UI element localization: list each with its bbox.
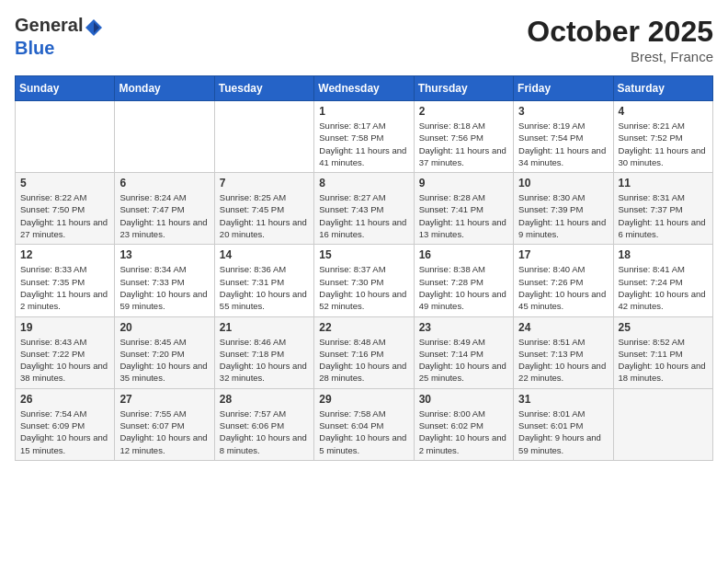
daylight-hours: Daylight: 11 hours and 30 minutes.	[619, 145, 706, 167]
daylight-hours: Daylight: 11 hours and 27 minutes.	[20, 217, 108, 239]
day-info: Sunrise: 8:36 AMSunset: 7:31 PMDaylight:…	[220, 263, 309, 312]
day-info: Sunrise: 8:49 AMSunset: 7:14 PMDaylight:…	[419, 336, 508, 385]
week-row-5: 26Sunrise: 7:54 AMSunset: 6:09 PMDayligh…	[16, 388, 713, 460]
daylight-hours: Daylight: 10 hours and 38 minutes.	[20, 361, 108, 383]
day-number: 27	[119, 393, 209, 406]
daylight-hours: Daylight: 10 hours and 18 minutes.	[619, 361, 706, 383]
day-number: 7	[220, 177, 309, 190]
daylight-hours: Daylight: 10 hours and 25 minutes.	[419, 361, 506, 383]
calendar-table: SundayMondayTuesdayWednesdayThursdayFrid…	[15, 75, 713, 461]
day-cell: 28Sunrise: 7:57 AMSunset: 6:06 PMDayligh…	[214, 388, 313, 460]
weekday-header-friday: Friday	[514, 76, 613, 101]
day-number: 8	[319, 177, 408, 190]
day-info: Sunrise: 8:21 AMSunset: 7:52 PMDaylight:…	[619, 120, 708, 168]
daylight-hours: Daylight: 10 hours and 32 minutes.	[220, 361, 307, 383]
day-cell	[214, 101, 313, 173]
day-cell: 18Sunrise: 8:41 AMSunset: 7:24 PMDayligh…	[613, 245, 712, 316]
daylight-hours: Daylight: 11 hours and 13 minutes.	[419, 217, 506, 239]
day-info: Sunrise: 8:37 AMSunset: 7:30 PMDaylight:…	[319, 263, 408, 312]
day-cell	[613, 388, 712, 460]
day-info: Sunrise: 8:31 AMSunset: 7:37 PMDaylight:…	[619, 191, 708, 240]
page-header: General Blue October 2025 Brest, France	[15, 15, 713, 64]
day-cell: 11Sunrise: 8:31 AMSunset: 7:37 PMDayligh…	[613, 173, 712, 245]
day-info: Sunrise: 8:34 AMSunset: 7:33 PMDaylight:…	[119, 263, 209, 312]
weekday-header-saturday: Saturday	[613, 76, 712, 101]
day-info: Sunrise: 8:52 AMSunset: 7:11 PMDaylight:…	[619, 336, 708, 385]
weekday-header-tuesday: Tuesday	[214, 76, 313, 101]
day-info: Sunrise: 7:57 AMSunset: 6:06 PMDaylight:…	[220, 408, 309, 456]
week-row-4: 19Sunrise: 8:43 AMSunset: 7:22 PMDayligh…	[16, 316, 713, 388]
daylight-hours: Daylight: 10 hours and 28 minutes.	[319, 361, 406, 383]
daylight-hours: Daylight: 11 hours and 37 minutes.	[419, 145, 506, 167]
day-info: Sunrise: 7:58 AMSunset: 6:04 PMDaylight:…	[319, 408, 408, 456]
day-cell: 30Sunrise: 8:00 AMSunset: 6:02 PMDayligh…	[414, 388, 513, 460]
day-info: Sunrise: 8:46 AMSunset: 7:18 PMDaylight:…	[220, 336, 309, 385]
day-cell: 13Sunrise: 8:34 AMSunset: 7:33 PMDayligh…	[115, 245, 214, 316]
daylight-hours: Daylight: 9 hours and 59 minutes.	[518, 432, 601, 454]
day-cell: 27Sunrise: 7:55 AMSunset: 6:07 PMDayligh…	[115, 388, 214, 460]
day-info: Sunrise: 8:17 AMSunset: 7:58 PMDaylight:…	[319, 120, 408, 168]
daylight-hours: Daylight: 10 hours and 12 minutes.	[119, 432, 207, 454]
day-cell: 19Sunrise: 8:43 AMSunset: 7:22 PMDayligh…	[16, 316, 115, 388]
day-info: Sunrise: 7:55 AMSunset: 6:07 PMDaylight:…	[119, 408, 209, 456]
day-number: 11	[619, 177, 708, 190]
day-info: Sunrise: 8:22 AMSunset: 7:50 PMDaylight:…	[20, 191, 109, 240]
day-cell: 2Sunrise: 8:18 AMSunset: 7:56 PMDaylight…	[414, 101, 513, 173]
month-title: October 2025	[527, 15, 713, 49]
daylight-hours: Daylight: 10 hours and 42 minutes.	[619, 289, 706, 311]
day-number: 15	[319, 248, 408, 261]
location-label: Brest, France	[527, 49, 713, 64]
day-cell: 17Sunrise: 8:40 AMSunset: 7:26 PMDayligh…	[514, 245, 613, 316]
day-info: Sunrise: 8:38 AMSunset: 7:28 PMDaylight:…	[419, 263, 508, 312]
logo-blue-text: Blue	[15, 38, 54, 58]
day-cell: 24Sunrise: 8:51 AMSunset: 7:13 PMDayligh…	[514, 316, 613, 388]
day-cell: 26Sunrise: 7:54 AMSunset: 6:09 PMDayligh…	[16, 388, 115, 460]
day-info: Sunrise: 8:48 AMSunset: 7:16 PMDaylight:…	[319, 336, 408, 385]
week-row-3: 12Sunrise: 8:33 AMSunset: 7:35 PMDayligh…	[16, 245, 713, 316]
day-number: 1	[319, 105, 408, 118]
day-info: Sunrise: 8:30 AMSunset: 7:39 PMDaylight:…	[518, 191, 608, 240]
day-number: 10	[518, 177, 608, 190]
day-cell: 14Sunrise: 8:36 AMSunset: 7:31 PMDayligh…	[214, 245, 313, 316]
daylight-hours: Daylight: 10 hours and 49 minutes.	[419, 289, 506, 311]
day-number: 6	[119, 177, 209, 190]
day-number: 25	[619, 321, 708, 334]
day-cell: 8Sunrise: 8:27 AMSunset: 7:43 PMDaylight…	[314, 173, 414, 245]
day-number: 16	[419, 248, 508, 261]
daylight-hours: Daylight: 10 hours and 55 minutes.	[220, 289, 307, 311]
day-cell: 15Sunrise: 8:37 AMSunset: 7:30 PMDayligh…	[314, 245, 414, 316]
day-cell: 3Sunrise: 8:19 AMSunset: 7:54 PMDaylight…	[514, 101, 613, 173]
day-info: Sunrise: 8:18 AMSunset: 7:56 PMDaylight:…	[419, 120, 508, 168]
day-cell	[16, 101, 115, 173]
day-info: Sunrise: 8:43 AMSunset: 7:22 PMDaylight:…	[20, 336, 109, 385]
daylight-hours: Daylight: 10 hours and 5 minutes.	[319, 432, 406, 454]
daylight-hours: Daylight: 11 hours and 2 minutes.	[20, 289, 108, 311]
day-info: Sunrise: 7:54 AMSunset: 6:09 PMDaylight:…	[20, 408, 109, 456]
day-info: Sunrise: 8:27 AMSunset: 7:43 PMDaylight:…	[319, 191, 408, 240]
daylight-hours: Daylight: 10 hours and 15 minutes.	[20, 432, 108, 454]
daylight-hours: Daylight: 11 hours and 20 minutes.	[220, 217, 307, 239]
day-cell: 6Sunrise: 8:24 AMSunset: 7:47 PMDaylight…	[115, 173, 214, 245]
day-info: Sunrise: 8:19 AMSunset: 7:54 PMDaylight:…	[518, 120, 608, 168]
day-info: Sunrise: 8:24 AMSunset: 7:47 PMDaylight:…	[119, 191, 209, 240]
day-cell: 25Sunrise: 8:52 AMSunset: 7:11 PMDayligh…	[613, 316, 712, 388]
daylight-hours: Daylight: 10 hours and 52 minutes.	[319, 289, 406, 311]
daylight-hours: Daylight: 10 hours and 59 minutes.	[119, 289, 207, 311]
daylight-hours: Daylight: 11 hours and 16 minutes.	[319, 217, 406, 239]
day-cell: 22Sunrise: 8:48 AMSunset: 7:16 PMDayligh…	[314, 316, 414, 388]
daylight-hours: Daylight: 11 hours and 6 minutes.	[619, 217, 706, 239]
day-info: Sunrise: 8:45 AMSunset: 7:20 PMDaylight:…	[119, 336, 209, 385]
logo-text-general: General	[15, 15, 83, 35]
daylight-hours: Daylight: 10 hours and 8 minutes.	[220, 432, 307, 454]
day-cell: 4Sunrise: 8:21 AMSunset: 7:52 PMDaylight…	[613, 101, 712, 173]
day-number: 30	[419, 393, 508, 406]
day-number: 12	[20, 248, 109, 261]
day-cell: 16Sunrise: 8:38 AMSunset: 7:28 PMDayligh…	[414, 245, 513, 316]
day-info: Sunrise: 8:01 AMSunset: 6:01 PMDaylight:…	[518, 408, 608, 456]
daylight-hours: Daylight: 10 hours and 2 minutes.	[419, 432, 506, 454]
daylight-hours: Daylight: 11 hours and 41 minutes.	[319, 145, 406, 167]
day-number: 21	[220, 321, 309, 334]
daylight-hours: Daylight: 10 hours and 35 minutes.	[119, 361, 207, 383]
week-row-2: 5Sunrise: 8:22 AMSunset: 7:50 PMDaylight…	[16, 173, 713, 245]
day-cell: 31Sunrise: 8:01 AMSunset: 6:01 PMDayligh…	[514, 388, 613, 460]
